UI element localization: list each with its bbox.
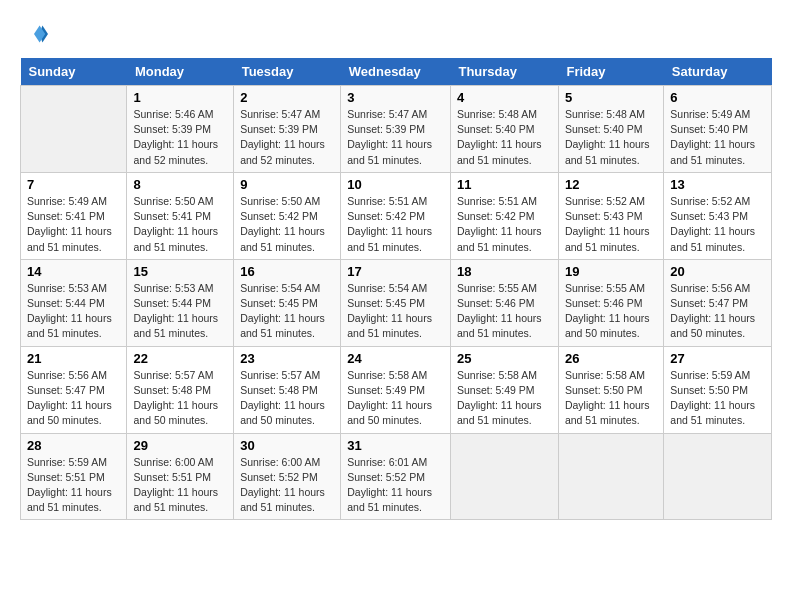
day-detail: Sunrise: 6:00 AM Sunset: 5:51 PM Dayligh… — [133, 455, 227, 516]
day-detail: Sunrise: 6:01 AM Sunset: 5:52 PM Dayligh… — [347, 455, 444, 516]
day-detail: Sunrise: 5:50 AM Sunset: 5:41 PM Dayligh… — [133, 194, 227, 255]
calendar-cell: 17Sunrise: 5:54 AM Sunset: 5:45 PM Dayli… — [341, 259, 451, 346]
calendar-cell — [21, 86, 127, 173]
day-detail: Sunrise: 5:58 AM Sunset: 5:50 PM Dayligh… — [565, 368, 657, 429]
calendar-week-5: 28Sunrise: 5:59 AM Sunset: 5:51 PM Dayli… — [21, 433, 772, 520]
calendar-cell: 1Sunrise: 5:46 AM Sunset: 5:39 PM Daylig… — [127, 86, 234, 173]
day-detail: Sunrise: 5:57 AM Sunset: 5:48 PM Dayligh… — [240, 368, 334, 429]
calendar-cell — [450, 433, 558, 520]
day-number: 5 — [565, 90, 657, 105]
day-detail: Sunrise: 5:54 AM Sunset: 5:45 PM Dayligh… — [347, 281, 444, 342]
day-detail: Sunrise: 5:47 AM Sunset: 5:39 PM Dayligh… — [347, 107, 444, 168]
weekday-header-monday: Monday — [127, 58, 234, 86]
calendar-cell: 5Sunrise: 5:48 AM Sunset: 5:40 PM Daylig… — [558, 86, 663, 173]
day-detail: Sunrise: 5:55 AM Sunset: 5:46 PM Dayligh… — [565, 281, 657, 342]
calendar-cell: 2Sunrise: 5:47 AM Sunset: 5:39 PM Daylig… — [234, 86, 341, 173]
day-number: 13 — [670, 177, 765, 192]
calendar-cell: 28Sunrise: 5:59 AM Sunset: 5:51 PM Dayli… — [21, 433, 127, 520]
calendar-cell: 25Sunrise: 5:58 AM Sunset: 5:49 PM Dayli… — [450, 346, 558, 433]
day-number: 16 — [240, 264, 334, 279]
weekday-header-row: SundayMondayTuesdayWednesdayThursdayFrid… — [21, 58, 772, 86]
day-detail: Sunrise: 5:52 AM Sunset: 5:43 PM Dayligh… — [670, 194, 765, 255]
calendar-cell: 7Sunrise: 5:49 AM Sunset: 5:41 PM Daylig… — [21, 172, 127, 259]
day-detail: Sunrise: 5:49 AM Sunset: 5:40 PM Dayligh… — [670, 107, 765, 168]
calendar-week-4: 21Sunrise: 5:56 AM Sunset: 5:47 PM Dayli… — [21, 346, 772, 433]
calendar-cell — [664, 433, 772, 520]
calendar-cell: 11Sunrise: 5:51 AM Sunset: 5:42 PM Dayli… — [450, 172, 558, 259]
day-number: 8 — [133, 177, 227, 192]
calendar-cell: 21Sunrise: 5:56 AM Sunset: 5:47 PM Dayli… — [21, 346, 127, 433]
day-number: 11 — [457, 177, 552, 192]
calendar-week-2: 7Sunrise: 5:49 AM Sunset: 5:41 PM Daylig… — [21, 172, 772, 259]
calendar-cell — [558, 433, 663, 520]
day-number: 15 — [133, 264, 227, 279]
calendar-table: SundayMondayTuesdayWednesdayThursdayFrid… — [20, 58, 772, 520]
day-detail: Sunrise: 5:46 AM Sunset: 5:39 PM Dayligh… — [133, 107, 227, 168]
day-number: 30 — [240, 438, 334, 453]
logo-icon — [20, 20, 48, 48]
day-number: 19 — [565, 264, 657, 279]
day-number: 17 — [347, 264, 444, 279]
day-detail: Sunrise: 5:53 AM Sunset: 5:44 PM Dayligh… — [133, 281, 227, 342]
day-detail: Sunrise: 5:53 AM Sunset: 5:44 PM Dayligh… — [27, 281, 120, 342]
weekday-header-sunday: Sunday — [21, 58, 127, 86]
day-number: 31 — [347, 438, 444, 453]
day-detail: Sunrise: 5:59 AM Sunset: 5:50 PM Dayligh… — [670, 368, 765, 429]
day-number: 24 — [347, 351, 444, 366]
calendar-cell: 20Sunrise: 5:56 AM Sunset: 5:47 PM Dayli… — [664, 259, 772, 346]
day-detail: Sunrise: 6:00 AM Sunset: 5:52 PM Dayligh… — [240, 455, 334, 516]
calendar-cell: 24Sunrise: 5:58 AM Sunset: 5:49 PM Dayli… — [341, 346, 451, 433]
weekday-header-saturday: Saturday — [664, 58, 772, 86]
day-detail: Sunrise: 5:47 AM Sunset: 5:39 PM Dayligh… — [240, 107, 334, 168]
day-number: 10 — [347, 177, 444, 192]
calendar-cell: 8Sunrise: 5:50 AM Sunset: 5:41 PM Daylig… — [127, 172, 234, 259]
day-detail: Sunrise: 5:56 AM Sunset: 5:47 PM Dayligh… — [27, 368, 120, 429]
calendar-cell: 22Sunrise: 5:57 AM Sunset: 5:48 PM Dayli… — [127, 346, 234, 433]
calendar-cell: 26Sunrise: 5:58 AM Sunset: 5:50 PM Dayli… — [558, 346, 663, 433]
day-number: 12 — [565, 177, 657, 192]
day-number: 4 — [457, 90, 552, 105]
weekday-header-friday: Friday — [558, 58, 663, 86]
day-number: 1 — [133, 90, 227, 105]
day-number: 21 — [27, 351, 120, 366]
calendar-cell: 27Sunrise: 5:59 AM Sunset: 5:50 PM Dayli… — [664, 346, 772, 433]
header — [20, 20, 772, 48]
day-detail: Sunrise: 5:56 AM Sunset: 5:47 PM Dayligh… — [670, 281, 765, 342]
calendar-cell: 4Sunrise: 5:48 AM Sunset: 5:40 PM Daylig… — [450, 86, 558, 173]
day-number: 14 — [27, 264, 120, 279]
day-detail: Sunrise: 5:51 AM Sunset: 5:42 PM Dayligh… — [457, 194, 552, 255]
day-number: 23 — [240, 351, 334, 366]
day-detail: Sunrise: 5:52 AM Sunset: 5:43 PM Dayligh… — [565, 194, 657, 255]
day-number: 28 — [27, 438, 120, 453]
day-detail: Sunrise: 5:59 AM Sunset: 5:51 PM Dayligh… — [27, 455, 120, 516]
day-detail: Sunrise: 5:54 AM Sunset: 5:45 PM Dayligh… — [240, 281, 334, 342]
day-detail: Sunrise: 5:58 AM Sunset: 5:49 PM Dayligh… — [347, 368, 444, 429]
calendar-cell: 16Sunrise: 5:54 AM Sunset: 5:45 PM Dayli… — [234, 259, 341, 346]
day-number: 20 — [670, 264, 765, 279]
day-number: 2 — [240, 90, 334, 105]
calendar-cell: 9Sunrise: 5:50 AM Sunset: 5:42 PM Daylig… — [234, 172, 341, 259]
calendar-cell: 15Sunrise: 5:53 AM Sunset: 5:44 PM Dayli… — [127, 259, 234, 346]
day-detail: Sunrise: 5:58 AM Sunset: 5:49 PM Dayligh… — [457, 368, 552, 429]
weekday-header-wednesday: Wednesday — [341, 58, 451, 86]
calendar-week-1: 1Sunrise: 5:46 AM Sunset: 5:39 PM Daylig… — [21, 86, 772, 173]
logo — [20, 20, 52, 48]
day-number: 18 — [457, 264, 552, 279]
day-number: 7 — [27, 177, 120, 192]
day-number: 27 — [670, 351, 765, 366]
day-number: 25 — [457, 351, 552, 366]
day-number: 9 — [240, 177, 334, 192]
calendar-cell: 10Sunrise: 5:51 AM Sunset: 5:42 PM Dayli… — [341, 172, 451, 259]
calendar-cell: 18Sunrise: 5:55 AM Sunset: 5:46 PM Dayli… — [450, 259, 558, 346]
calendar-week-3: 14Sunrise: 5:53 AM Sunset: 5:44 PM Dayli… — [21, 259, 772, 346]
calendar-cell: 12Sunrise: 5:52 AM Sunset: 5:43 PM Dayli… — [558, 172, 663, 259]
calendar-cell: 13Sunrise: 5:52 AM Sunset: 5:43 PM Dayli… — [664, 172, 772, 259]
day-number: 22 — [133, 351, 227, 366]
calendar-cell: 31Sunrise: 6:01 AM Sunset: 5:52 PM Dayli… — [341, 433, 451, 520]
day-detail: Sunrise: 5:55 AM Sunset: 5:46 PM Dayligh… — [457, 281, 552, 342]
day-detail: Sunrise: 5:48 AM Sunset: 5:40 PM Dayligh… — [565, 107, 657, 168]
calendar-cell: 29Sunrise: 6:00 AM Sunset: 5:51 PM Dayli… — [127, 433, 234, 520]
day-detail: Sunrise: 5:50 AM Sunset: 5:42 PM Dayligh… — [240, 194, 334, 255]
weekday-header-thursday: Thursday — [450, 58, 558, 86]
day-detail: Sunrise: 5:57 AM Sunset: 5:48 PM Dayligh… — [133, 368, 227, 429]
